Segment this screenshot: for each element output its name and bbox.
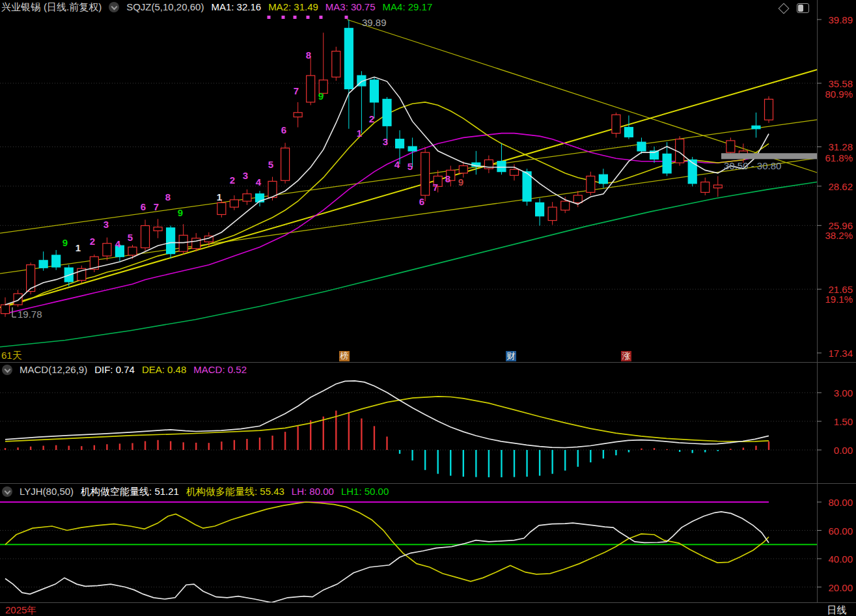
main-indicator-name[interactable]: SQJZ(5,10,20,60) (126, 1, 204, 14)
macd-indicator-name[interactable]: MACD(12,26,9) (20, 363, 87, 376)
panel-toggle-icon[interactable] (797, 3, 809, 13)
header-toolbar (780, 3, 809, 13)
period-label[interactable]: 日线 (818, 604, 856, 616)
ma3-value: MA3: 30.75 (325, 1, 376, 14)
macd-value: MACD: 0.52 (193, 363, 247, 376)
ma1-value: MA1: 32.16 (211, 1, 261, 14)
time-axis[interactable]: 2025年 日线 (0, 602, 856, 616)
long-energy-value: 机构做多能量线: 55.43 (186, 485, 284, 498)
macd-header: MACD(12,26,9) DIF: 0.74 DEA: 0.48 MACD: … (2, 363, 247, 376)
ma2-value: MA2: 31.49 (268, 1, 318, 14)
stock-chart-app: 兴业银锡 (日线.前复权) SQJZ(5,10,20,60) MA1: 32.1… (0, 0, 856, 616)
event-tag-财[interactable]: 财 (506, 351, 516, 361)
diamond-icon[interactable] (779, 3, 790, 14)
event-tag-榜[interactable]: 榜 (339, 351, 350, 361)
lyjh-header: LYJH(80,50) 机构做空能量线: 51.21 机构做多能量线: 55.4… (2, 485, 389, 498)
stock-name: 兴业银锡 (1, 1, 40, 14)
collapse-lyjh-pane-icon[interactable] (2, 486, 12, 497)
dea-value: DEA: 0.48 (142, 363, 186, 376)
lh1-value: LH1: 50.00 (341, 485, 389, 498)
collapse-main-pane-icon[interactable] (109, 2, 119, 12)
year-label: 2025年 (5, 604, 36, 616)
dif-value: DIF: 0.74 (94, 363, 135, 376)
ma4-value: MA4: 29.17 (383, 1, 433, 14)
main-chart-header: 兴业银锡 (日线.前复权) SQJZ(5,10,20,60) MA1: 32.1… (1, 1, 432, 14)
chart-canvas[interactable] (0, 0, 856, 616)
short-energy-value: 机构做空能量线: 51.21 (81, 485, 179, 498)
lh-value: LH: 80.00 (292, 485, 334, 498)
lyjh-indicator-name[interactable]: LYJH(80,50) (20, 485, 74, 498)
event-tag-涨[interactable]: 涨 (621, 351, 631, 361)
chart-mode-label: (日线.前复权) (44, 1, 102, 14)
collapse-macd-pane-icon[interactable] (2, 365, 12, 375)
